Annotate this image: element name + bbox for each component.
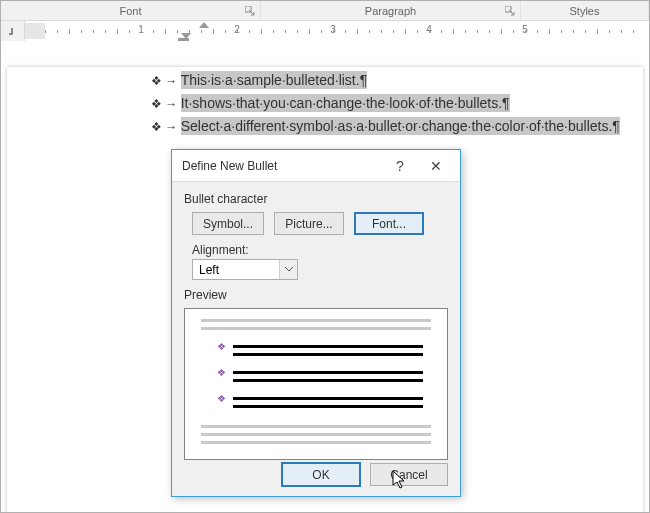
define-new-bullet-dialog: Define New Bullet ? ✕ Bullet character S…	[171, 149, 461, 497]
preview-bullet-icon: ❖	[217, 341, 226, 352]
ribbon-group-paragraph: Paragraph	[261, 1, 521, 20]
dialog-title: Define New Bullet	[182, 159, 277, 173]
list-item: ❖ → It·shows·that·you·can·change·the·loo…	[151, 92, 641, 115]
bullet-glyph-icon: ❖ →	[151, 97, 181, 111]
close-icon: ✕	[430, 158, 442, 174]
list-item: ❖ → This·is·a·sample·bulleted·list.¶	[151, 69, 641, 92]
first-line-indent-marker[interactable]	[199, 22, 209, 28]
font-button[interactable]: Font...	[354, 212, 424, 235]
preview-label: Preview	[184, 288, 448, 302]
picture-button[interactable]: Picture...	[274, 212, 344, 235]
horizontal-ruler[interactable]: 1 2 3 4 5	[25, 21, 649, 41]
ruler-row: 1 2 3 4 5	[1, 21, 649, 41]
bullet-glyph-icon: ❖ →	[151, 74, 181, 88]
preview-bullet-icon: ❖	[217, 393, 226, 404]
document-content[interactable]: ❖ → This·is·a·sample·bulleted·list.¶ ❖ →…	[151, 69, 641, 138]
group-label-bullet-char: Bullet character	[184, 192, 448, 206]
list-item: ❖ → Select·a·different·symbol·as·a·bulle…	[151, 115, 641, 138]
help-button[interactable]: ?	[382, 152, 418, 180]
chevron-down-icon	[279, 260, 297, 279]
bullet-glyph-icon: ❖ →	[151, 120, 181, 134]
dialog-launcher-icon[interactable]	[503, 4, 517, 18]
help-icon: ?	[396, 158, 404, 174]
ribbon-label: Font	[119, 5, 141, 17]
list-text: Select·a·different·symbol·as·a·bullet·or…	[181, 117, 620, 135]
alignment-label: Alignment:	[192, 243, 448, 257]
tab-selector[interactable]	[1, 21, 25, 41]
cancel-button[interactable]: Cancel	[370, 463, 448, 486]
ok-button[interactable]: OK	[282, 463, 360, 486]
ribbon-group-font: Font	[1, 1, 261, 20]
list-text: This·is·a·sample·bulleted·list.¶	[181, 71, 367, 89]
alignment-select[interactable]: Left	[192, 259, 298, 280]
ribbon-group-labels: Font Paragraph Styles	[1, 1, 649, 21]
ruler-margin	[25, 23, 45, 39]
alignment-value: Left	[193, 263, 279, 277]
symbol-button[interactable]: Symbol...	[192, 212, 264, 235]
preview-pane: ❖ ❖ ❖	[184, 308, 448, 460]
preview-fieldset: ❖ ❖ ❖	[184, 308, 448, 460]
ribbon-label: Paragraph	[365, 5, 416, 17]
ribbon-group-styles: Styles	[521, 1, 649, 20]
list-text: It·shows·that·you·can·change·the·look·of…	[181, 94, 510, 112]
ribbon-label: Styles	[570, 5, 600, 17]
dialog-launcher-icon[interactable]	[243, 4, 257, 18]
preview-bullet-icon: ❖	[217, 367, 226, 378]
dialog-titlebar[interactable]: Define New Bullet ? ✕	[172, 150, 460, 182]
close-button[interactable]: ✕	[418, 152, 454, 180]
